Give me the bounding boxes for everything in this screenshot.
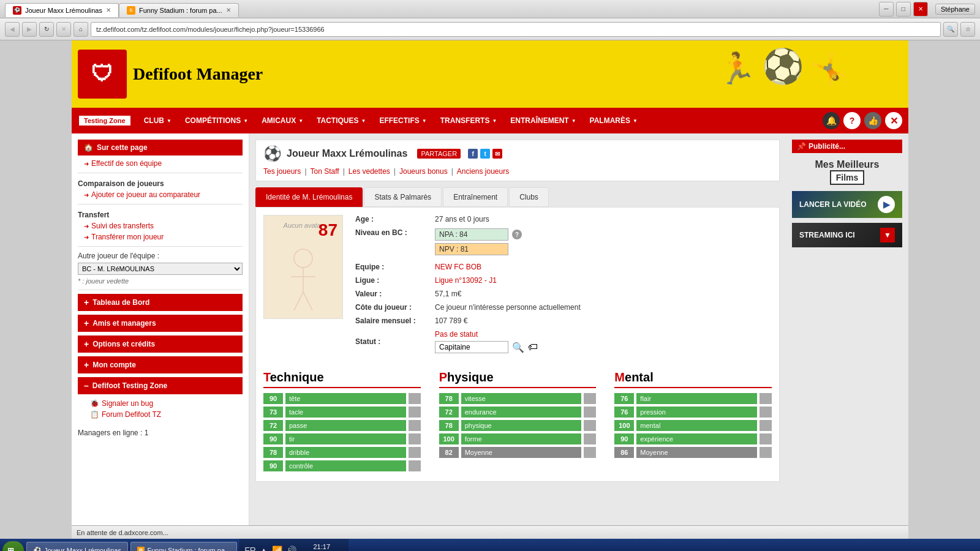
arrow-icon-2: ➜ xyxy=(84,192,89,198)
tab-stats[interactable]: Stats & Palmarès xyxy=(364,187,442,207)
stat-forme-number: 100 xyxy=(439,433,459,444)
close-nav-btn[interactable]: ✕ xyxy=(885,112,902,129)
tab-clubs[interactable]: Clubs xyxy=(509,187,549,207)
arrow-icon-3: ➜ xyxy=(84,223,89,230)
tabs-bar: Identité de M. Lrémoulinas Stats & Palma… xyxy=(255,187,780,207)
minimize-button[interactable]: ─ xyxy=(879,2,894,17)
stat-tete-number: 90 xyxy=(263,393,283,404)
stat-controle-name: contrôle xyxy=(285,460,406,471)
stat-endurance-bar xyxy=(584,407,596,418)
nav-entrainement[interactable]: ENTRAÎNEMENT ▼ xyxy=(504,108,582,133)
network-icon: 📶 xyxy=(272,545,282,551)
sep-3: | xyxy=(394,167,396,176)
stat-tete-name: tête xyxy=(285,393,406,404)
thumb-icon-btn[interactable]: 👍 xyxy=(864,112,881,129)
browser-controls: ◀ ▶ ↻ ✕ ⌂ tz.defifoot.com/tz.defifoot.co… xyxy=(0,18,980,40)
refresh-button[interactable]: ↻ xyxy=(39,22,54,37)
player-link-tesjoueurs[interactable]: Tes joueurs xyxy=(263,167,301,176)
player-link-anciens[interactable]: Anciens joueurs xyxy=(457,167,509,176)
status-bar: En attente de d.adxcore.com... xyxy=(72,525,908,539)
sidebar-dtz[interactable]: – Defifoot Testing Zone xyxy=(78,377,243,394)
email-icon[interactable]: ✉ xyxy=(492,149,502,159)
player-link-tonstaff[interactable]: Ton Staff xyxy=(311,167,339,176)
bug-icon: 🐞 xyxy=(90,399,99,408)
sidebar-link-transferer[interactable]: ➜ Transférer mon joueur xyxy=(78,231,243,242)
browser-titlebar: ⚽ Joueur Maxx Lrémoulinas ✕ B Funny Stad… xyxy=(0,0,980,18)
stat-passe-number: 72 xyxy=(263,420,283,431)
tab-close-forum[interactable]: ✕ xyxy=(226,7,231,13)
home-button[interactable]: ⌂ xyxy=(74,22,88,37)
stat-tete-bar xyxy=(409,393,421,404)
lancer-video-btn[interactable]: LANCER LA VIDÉO ▶ xyxy=(792,191,902,218)
search-statut-icon[interactable]: 🔍 xyxy=(512,342,524,353)
star-button[interactable]: ☆ xyxy=(960,22,975,37)
mental-first-letter: M xyxy=(614,370,625,384)
start-button[interactable]: ⊞ xyxy=(2,541,24,551)
silhouette-1: 🏃 xyxy=(718,51,756,86)
tab-identite[interactable]: Identité de M. Lrémoulinas xyxy=(255,187,363,207)
arrow-icon-4: ➜ xyxy=(84,234,89,241)
nav-effectifs[interactable]: EFFECTIFS ▼ xyxy=(373,108,432,133)
twitter-icon[interactable]: t xyxy=(480,149,490,159)
logo-area: 🛡 Defifoot Manager xyxy=(78,50,263,99)
play-icon: ▶ xyxy=(878,196,895,213)
meilleurs-films-title: Mes Meilleurs xyxy=(792,159,902,170)
taskbar-item-joueur[interactable]: ⚽ Joueur Maxx Lrémoulinas xyxy=(26,542,128,551)
nav-palmares[interactable]: PALMARÈS ▼ xyxy=(584,108,644,133)
forward-button[interactable]: ▶ xyxy=(22,22,37,37)
nav-club[interactable]: CLUB ▼ xyxy=(138,108,178,133)
tab-close-joueur[interactable]: ✕ xyxy=(106,7,111,13)
sidebar-tableau-bord[interactable]: + Tableau de Bord xyxy=(78,294,243,311)
equipe-value[interactable]: NEW FC BOB xyxy=(435,263,481,271)
player-link-vedettes[interactable]: Les vedettes xyxy=(349,167,390,176)
tab-joueur[interactable]: ⚽ Joueur Maxx Lrémoulinas ✕ xyxy=(5,3,119,17)
other-player-select[interactable]: BC - M. LRéMOULINAS xyxy=(78,263,243,275)
nav-items: CLUB ▼ COMPÉTITIONS ▼ AMICAUX ▼ TACTIQUE… xyxy=(138,108,823,133)
restore-button[interactable]: □ xyxy=(896,2,911,17)
stat-mental: 100 mental xyxy=(614,420,772,431)
stop-button[interactable]: ✕ xyxy=(56,22,71,37)
sidebar-compte[interactable]: + Mon compte xyxy=(78,356,243,373)
expand-icon-1: + xyxy=(84,298,89,307)
player-link-bonus[interactable]: Joueurs bonus xyxy=(399,167,448,176)
flag-icon[interactable]: 🏷 xyxy=(528,342,538,353)
sidebar-options[interactable]: + Options et crédits xyxy=(78,335,243,353)
stat-flair-bar xyxy=(760,393,772,404)
ligue-value[interactable]: Ligue n°13092 - J1 xyxy=(435,276,497,285)
taskbar-item-forum[interactable]: B Funny Stadium : forum pa... xyxy=(130,542,237,551)
help-icon[interactable]: ? xyxy=(512,230,522,239)
age-value: 27 ans et 0 jours xyxy=(435,215,489,223)
nav-amicaux[interactable]: AMICAUX ▼ xyxy=(255,108,309,133)
stat-mental-bar xyxy=(760,420,772,431)
sidebar-link-effectif[interactable]: ➜ Effectif de son équipe xyxy=(78,158,243,169)
tab-forum[interactable]: B Funny Stadium : forum pa... ✕ xyxy=(119,3,239,17)
stat-flair: 76 flair xyxy=(614,393,772,404)
nav-club-arrow: ▼ xyxy=(167,118,172,124)
bell-icon-btn[interactable]: 🔔 xyxy=(823,112,840,129)
search-button[interactable]: 🔍 xyxy=(943,22,958,37)
stat-tir-name: tir xyxy=(285,433,406,444)
stat-dribble-bar xyxy=(409,447,421,458)
sidebar-link-bug[interactable]: 🐞 Signaler un bug xyxy=(84,398,243,409)
help-icon-btn[interactable]: ? xyxy=(843,112,861,129)
statut-input[interactable] xyxy=(435,341,508,353)
status-text: En attente de d.adxcore.com... xyxy=(77,529,168,536)
streaming-btn[interactable]: STREAMING ICI ▼ xyxy=(792,223,902,247)
close-window-button[interactable]: ✕ xyxy=(913,2,928,17)
sidebar-link-suivi[interactable]: ➜ Suivi des transferts xyxy=(78,220,243,231)
sidebar-amis[interactable]: + Amis et managers xyxy=(78,315,243,332)
nav-transferts[interactable]: TRANSFERTS ▼ xyxy=(434,108,503,133)
back-button[interactable]: ◀ xyxy=(5,22,20,37)
pub-title: 📌 Publicité... xyxy=(792,140,902,153)
share-button[interactable]: PARTAGER xyxy=(417,149,461,159)
tab-entrainement[interactable]: Entraînement xyxy=(443,187,508,207)
statut-link[interactable]: Pas de statut xyxy=(435,330,538,339)
nav-tactiques[interactable]: TACTIQUES ▼ xyxy=(311,108,372,133)
tab-content: Aucun avatar 87 xyxy=(255,207,780,482)
stat-experience: 90 expérience xyxy=(614,433,772,444)
nav-competitions[interactable]: COMPÉTITIONS ▼ xyxy=(179,108,254,133)
sidebar-link-comparator[interactable]: ➜ Ajouter ce joueur au comparateur xyxy=(78,189,243,200)
address-bar[interactable]: tz.defifoot.com/tz.defifoot.com/modules/… xyxy=(91,22,941,37)
sidebar-link-forum[interactable]: 📋 Forum Defifoot TZ xyxy=(84,409,243,420)
facebook-icon[interactable]: f xyxy=(468,149,478,159)
